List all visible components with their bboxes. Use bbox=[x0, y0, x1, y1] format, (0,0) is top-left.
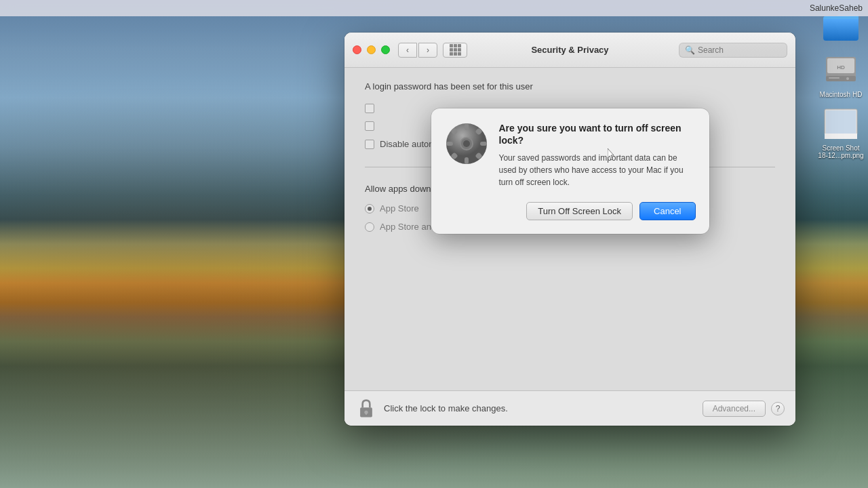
screenshot-label: Screen Shot 18-12...pm.png bbox=[817, 144, 865, 159]
dialog-header: Are you sure you want to turn off screen… bbox=[445, 122, 696, 188]
window-title: Security & Privacy bbox=[531, 45, 608, 55]
screenshot-icon bbox=[822, 105, 860, 143]
menu-bar: SalunkeSaheb bbox=[0, 0, 868, 16]
menu-bar-right: SalunkeSaheb bbox=[810, 3, 863, 13]
desktop-icon-screenshot[interactable]: Screen Shot 18-12...pm.png bbox=[817, 105, 865, 159]
title-bar: ‹ › Security & Privacy 🔍 bbox=[344, 33, 795, 68]
gear-icon bbox=[445, 122, 488, 165]
maximize-button[interactable] bbox=[381, 45, 390, 54]
help-button[interactable]: ? bbox=[771, 402, 785, 415]
dialog-message: Your saved passwords and important data … bbox=[499, 152, 696, 188]
desktop-icons-area: HD Macintosh HD Screen Shot 18-12...pm.p… bbox=[814, 0, 868, 488]
minimize-button[interactable] bbox=[367, 45, 376, 54]
cancel-button[interactable]: Cancel bbox=[639, 202, 695, 220]
nav-buttons: ‹ › bbox=[398, 43, 437, 58]
advanced-button[interactable]: Advanced... bbox=[703, 401, 766, 417]
bottom-buttons: Advanced... ? bbox=[703, 401, 785, 417]
svg-rect-18 bbox=[480, 142, 487, 146]
dialog-overlay: Are you sure you want to turn off screen… bbox=[344, 68, 795, 390]
confirmation-dialog: Are you sure you want to turn off screen… bbox=[431, 108, 709, 234]
dialog-buttons: Turn Off Screen Lock Cancel bbox=[445, 202, 696, 220]
svg-rect-10 bbox=[826, 110, 856, 134]
dialog-text-area: Are you sure you want to turn off screen… bbox=[499, 122, 696, 188]
macintosh-hd-label: Macintosh HD bbox=[820, 91, 863, 98]
svg-rect-16 bbox=[465, 157, 469, 164]
turn-off-screen-lock-button[interactable]: Turn Off Screen Lock bbox=[526, 202, 633, 220]
desktop-icon-macintosh-hd[interactable]: HD Macintosh HD bbox=[817, 52, 865, 98]
svg-rect-11 bbox=[825, 134, 857, 139]
back-button[interactable]: ‹ bbox=[398, 43, 417, 58]
content-area: A login password has been set for this u… bbox=[344, 68, 795, 390]
svg-rect-1 bbox=[823, 16, 859, 41]
dialog-title: Are you sure you want to turn off screen… bbox=[499, 122, 696, 146]
lock-text: Click the lock to make changes. bbox=[384, 403, 508, 413]
forward-button[interactable]: › bbox=[418, 43, 437, 58]
search-box[interactable]: 🔍 bbox=[679, 43, 787, 58]
svg-rect-6 bbox=[829, 77, 840, 79]
search-input[interactable] bbox=[698, 45, 781, 55]
svg-rect-27 bbox=[366, 412, 367, 415]
bottom-bar: Click the lock to make changes. Advanced… bbox=[344, 390, 795, 426]
lock-icon bbox=[357, 398, 376, 420]
hard-drive-icon: HD bbox=[822, 52, 860, 89]
svg-point-24 bbox=[463, 140, 470, 147]
grid-view-button[interactable] bbox=[443, 43, 467, 58]
close-button[interactable] bbox=[353, 45, 361, 54]
lock-icon-container[interactable] bbox=[355, 398, 377, 420]
svg-rect-15 bbox=[465, 123, 469, 130]
dialog-icon bbox=[445, 122, 488, 165]
security-privacy-window: ‹ › Security & Privacy 🔍 A login passwor… bbox=[344, 33, 795, 426]
grid-icon bbox=[450, 44, 461, 56]
svg-rect-17 bbox=[446, 142, 453, 146]
svg-text:HD: HD bbox=[837, 64, 845, 70]
window-controls bbox=[353, 45, 390, 54]
svg-point-5 bbox=[846, 77, 849, 80]
search-icon: 🔍 bbox=[685, 45, 695, 55]
